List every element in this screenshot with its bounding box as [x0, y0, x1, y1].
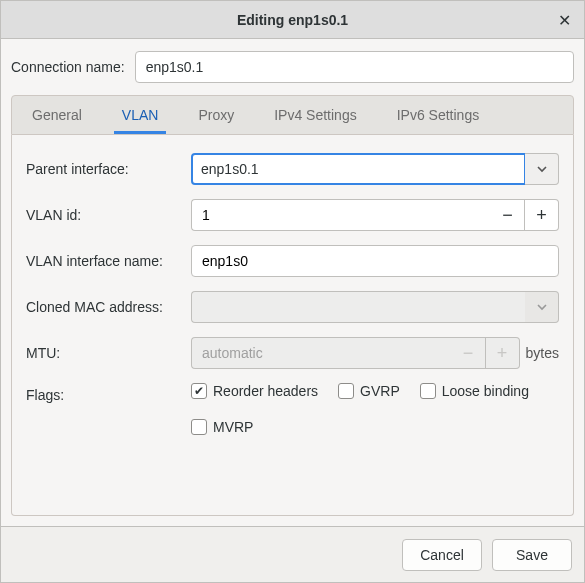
minus-icon: − — [463, 343, 474, 364]
tab-vlan[interactable]: VLAN — [102, 96, 179, 134]
minus-icon: − — [502, 205, 513, 226]
window-title: Editing enp1s0.1 — [237, 12, 348, 28]
tab-ipv6[interactable]: IPv6 Settings — [377, 96, 500, 134]
checkbox-icon — [338, 383, 354, 399]
parent-interface-value: enp1s0.1 — [201, 161, 259, 177]
plus-icon: + — [536, 205, 547, 226]
vlan-id-row: VLAN id: − + — [26, 199, 559, 231]
mtu-input[interactable] — [191, 337, 452, 369]
tab-proxy[interactable]: Proxy — [178, 96, 254, 134]
mtu-label: MTU: — [26, 345, 181, 361]
vlan-id-input[interactable] — [191, 199, 491, 231]
tab-strip: General VLAN Proxy IPv4 Settings IPv6 Se… — [11, 95, 574, 135]
checkbox-icon — [191, 383, 207, 399]
checkbox-icon — [191, 419, 207, 435]
cloned-mac-dropdown-button[interactable] — [525, 291, 559, 323]
mtu-increment: + — [486, 337, 520, 369]
vlan-id-label: VLAN id: — [26, 207, 181, 223]
cloned-mac-input[interactable] — [191, 291, 525, 323]
parent-interface-dropdown-button[interactable] — [525, 153, 559, 185]
vlan-ifname-row: VLAN interface name: — [26, 245, 559, 277]
vlan-id-increment[interactable]: + — [525, 199, 559, 231]
connection-name-input[interactable] — [135, 51, 574, 83]
save-button[interactable]: Save — [492, 539, 572, 571]
flag-mvrp-label: MVRP — [213, 419, 253, 435]
cloned-mac-combo[interactable] — [191, 291, 559, 323]
cancel-button[interactable]: Cancel — [402, 539, 482, 571]
parent-interface-label: Parent interface: — [26, 161, 181, 177]
checkbox-icon — [420, 383, 436, 399]
plus-icon: + — [497, 343, 508, 364]
connection-name-row: Connection name: — [1, 39, 584, 95]
titlebar: Editing enp1s0.1 ✕ — [1, 1, 584, 39]
vlan-ifname-label: VLAN interface name: — [26, 253, 181, 269]
mtu-spinner: − + — [191, 337, 520, 369]
flags-label: Flags: — [26, 383, 181, 403]
flag-gvrp-label: GVRP — [360, 383, 400, 399]
flag-loose-label: Loose binding — [442, 383, 529, 399]
dialog-footer: Cancel Save — [1, 526, 584, 582]
cloned-mac-row: Cloned MAC address: — [26, 291, 559, 323]
parent-interface-input[interactable]: enp1s0.1 — [191, 153, 525, 185]
close-icon: ✕ — [558, 11, 571, 30]
parent-interface-combo[interactable]: enp1s0.1 — [191, 153, 559, 185]
close-button[interactable]: ✕ — [552, 8, 576, 32]
flag-reorder-label: Reorder headers — [213, 383, 318, 399]
flag-reorder-headers[interactable]: Reorder headers — [191, 383, 318, 399]
chevron-down-icon — [536, 163, 548, 175]
parent-interface-row: Parent interface: enp1s0.1 — [26, 153, 559, 185]
connection-name-label: Connection name: — [11, 59, 125, 75]
tab-ipv4[interactable]: IPv4 Settings — [254, 96, 377, 134]
mtu-decrement: − — [452, 337, 486, 369]
flags-group: Reorder headers GVRP Loose binding MVRP — [191, 383, 559, 435]
mtu-unit: bytes — [526, 345, 559, 361]
flag-loose-binding[interactable]: Loose binding — [420, 383, 529, 399]
flag-mvrp[interactable]: MVRP — [191, 419, 253, 435]
vlan-id-spinner: − + — [191, 199, 559, 231]
mtu-row: MTU: − + bytes — [26, 337, 559, 369]
vlan-id-decrement[interactable]: − — [491, 199, 525, 231]
cloned-mac-label: Cloned MAC address: — [26, 299, 181, 315]
tab-general[interactable]: General — [12, 96, 102, 134]
chevron-down-icon — [536, 301, 548, 313]
vlan-ifname-input[interactable] — [191, 245, 559, 277]
tab-body-vlan: Parent interface: enp1s0.1 VLAN id: − — [11, 135, 574, 516]
flags-row: Flags: Reorder headers GVRP Loose bindin… — [26, 383, 559, 435]
tabs-area: General VLAN Proxy IPv4 Settings IPv6 Se… — [1, 95, 584, 526]
flag-gvrp[interactable]: GVRP — [338, 383, 400, 399]
